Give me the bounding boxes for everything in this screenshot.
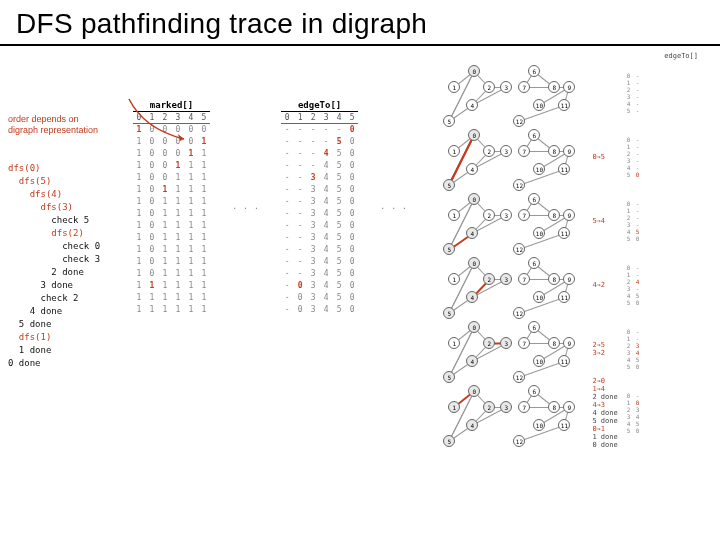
graph-node: 8	[548, 401, 560, 413]
graph-node: 3	[500, 337, 512, 349]
snapshot: 01234567891011122→53→20-1-23344550	[438, 318, 716, 380]
graph-node: 11	[558, 355, 570, 367]
tables-column: marked[] 012345 100000100001100011100111…	[133, 52, 430, 444]
graph-node: 9	[563, 209, 575, 221]
graph-node: 3	[500, 273, 512, 285]
table-row: ---450	[281, 160, 358, 172]
table-row: --3450	[281, 220, 358, 232]
graph-node: 7	[518, 273, 530, 285]
edgeto-col-headers: 012345	[281, 113, 358, 124]
graph-node: 1	[448, 209, 460, 221]
graph-node: 11	[558, 291, 570, 303]
snapshot-label: 2→01→42 done4→34 done5 done0→11 done0 do…	[592, 377, 620, 449]
call-line: 3 done	[8, 279, 125, 292]
table-row: 111111	[133, 304, 210, 316]
table-row: 100011	[133, 148, 210, 160]
snapshot-table: 0-1-243-4550	[624, 264, 639, 306]
edgeto-header: edgeTo[]	[281, 100, 358, 112]
table-row: --3450	[281, 172, 358, 184]
table-row: 101111	[133, 220, 210, 232]
call-line: dfs(1)	[8, 331, 125, 344]
graph-node: 11	[558, 419, 570, 431]
graph-node: 7	[518, 401, 530, 413]
snapshot-label: 0→5	[592, 153, 620, 161]
table-row: ---450	[281, 148, 358, 160]
ellipsis: . . .	[380, 201, 407, 215]
snapshot: 01234567891011120→50-1-2-3-4-50	[438, 126, 716, 188]
mini-graph: 0123456789101112	[438, 383, 588, 443]
call-trace-list: dfs(0) dfs(5) dfs(4) dfs(3) check 5 dfs(…	[8, 162, 125, 370]
graph-node: 2	[483, 401, 495, 413]
call-line: check 2	[8, 292, 125, 305]
graph-node: 11	[558, 163, 570, 175]
graph-node: 9	[563, 145, 575, 157]
snapshot-label: 4→2	[592, 281, 620, 289]
table-row: 101111	[133, 256, 210, 268]
snapshot: 01234567891011125→40-1-2-3-4550	[438, 190, 716, 252]
snapshot: 01234567891011122→01→42 done4→34 done5 d…	[438, 382, 716, 444]
note-annotation: order depends ondigraph representation	[8, 114, 125, 136]
graph-node: 9	[563, 401, 575, 413]
graph-node: 1	[448, 145, 460, 157]
table-row: --3450	[281, 232, 358, 244]
snapshot-column: edgeTo[]01234567891011120-1-2-3-4-5-0123…	[438, 52, 716, 444]
marked-rows: 1000001000011000111001111001111011111011…	[133, 124, 210, 316]
table-row: --3450	[281, 268, 358, 280]
snap-top-header: edgeTo[]	[438, 52, 716, 60]
ellipsis: . . .	[232, 201, 259, 215]
graph-node: 1	[448, 401, 460, 413]
call-line: dfs(4)	[8, 188, 125, 201]
snapshot-table: 0-1-2-3-4-50	[624, 136, 639, 178]
snapshot-table: 0-1-2-3-4-5-	[624, 72, 639, 114]
table-row: --3450	[281, 256, 358, 268]
call-line: 5 done	[8, 318, 125, 331]
call-line: 2 done	[8, 266, 125, 279]
graph-node: 10	[533, 355, 545, 367]
table-row: -----0	[281, 124, 358, 136]
graph-node: 3	[500, 81, 512, 93]
table-row: 100111	[133, 172, 210, 184]
call-line: check 5	[8, 214, 125, 227]
graph-node: 4	[466, 163, 478, 175]
mini-graph: 0123456789101112	[438, 191, 588, 251]
table-row: -03450	[281, 280, 358, 292]
graph-node: 9	[563, 81, 575, 93]
graph-node: 7	[518, 337, 530, 349]
table-row: 101111	[133, 244, 210, 256]
table-row: 101111	[133, 184, 210, 196]
graph-node: 7	[518, 145, 530, 157]
table-row: 100000	[133, 124, 210, 136]
snapshot-label: 5→4	[592, 217, 620, 225]
table-row: 101111	[133, 232, 210, 244]
graph-node: 7	[518, 81, 530, 93]
mini-graph: 0123456789101112	[438, 319, 588, 379]
mini-graph: 0123456789101112	[438, 63, 588, 123]
call-line: dfs(3)	[8, 201, 125, 214]
content-area: order depends ondigraph representation d…	[0, 46, 720, 444]
call-line: check 3	[8, 253, 125, 266]
graph-node: 2	[483, 273, 495, 285]
table-row: 101111	[133, 268, 210, 280]
table-row: 101111	[133, 208, 210, 220]
graph-node: 8	[548, 273, 560, 285]
graph-node: 7	[518, 209, 530, 221]
graph-node: 2	[483, 81, 495, 93]
call-line: 0 done	[8, 357, 125, 370]
graph-node: 4	[466, 355, 478, 367]
graph-node: 8	[548, 337, 560, 349]
graph-node: 12	[513, 435, 525, 447]
call-line: 4 done	[8, 305, 125, 318]
graph-node: 11	[558, 227, 570, 239]
graph-node: 1	[448, 81, 460, 93]
snapshot: 01234567891011124→20-1-243-4550	[438, 254, 716, 316]
graph-node: 3	[500, 401, 512, 413]
graph-node: 5	[443, 435, 455, 447]
snapshot-table: 0-1023344550	[624, 392, 639, 434]
graph-node: 8	[548, 209, 560, 221]
call-stack-column: order depends ondigraph representation d…	[8, 52, 125, 444]
graph-node: 8	[548, 81, 560, 93]
graph-node: 4	[466, 291, 478, 303]
table-row: 100001	[133, 136, 210, 148]
edgeto-table: edgeTo[] 012345 -----0----50---450---450…	[281, 100, 358, 316]
table-row: --3450	[281, 208, 358, 220]
